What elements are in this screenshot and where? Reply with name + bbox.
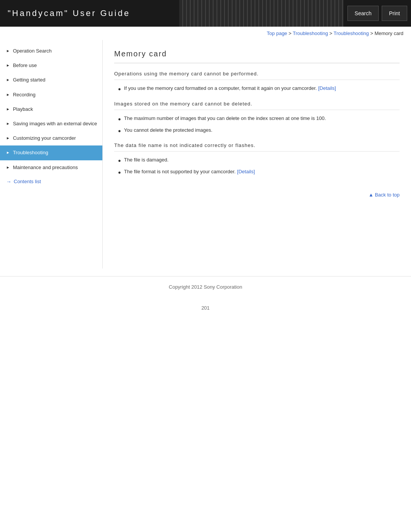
arrow-icon: ► — [6, 150, 10, 155]
footer: Copyright 2012 Sony Corporation — [0, 276, 411, 297]
bullet-item: ● If you use the memory card formatted o… — [114, 85, 400, 93]
bullet-dot: ● — [118, 115, 121, 123]
contents-list-link[interactable]: → Contents list — [0, 175, 102, 189]
section-heading-3: The data file name is not indicated corr… — [114, 142, 400, 152]
bullet-dot: ● — [118, 85, 121, 93]
breadcrumb-troubleshooting2[interactable]: Troubleshooting — [334, 30, 369, 36]
sidebar-label: Maintenance and precautions — [13, 164, 98, 171]
section-data-file-name: The data file name is not indicated corr… — [114, 142, 400, 177]
arrow-right-icon: → — [6, 179, 11, 185]
sidebar-item-troubleshooting[interactable]: ► Troubleshooting — [0, 145, 102, 160]
bullet-text: The file format is not supported by your… — [124, 168, 400, 176]
bullet-text: If you use the memory card formatted on … — [124, 85, 400, 93]
details-link-2[interactable]: [Details] — [237, 169, 255, 174]
sidebar: ► Operation Search ► Before use ► Gettin… — [0, 40, 103, 268]
sidebar-label: Before use — [13, 62, 98, 69]
main-content: Memory card Operations using the memory … — [103, 40, 411, 213]
header-buttons: Search Print — [344, 0, 411, 27]
bullet-dot: ● — [118, 127, 121, 135]
bullet-dot: ● — [118, 157, 121, 165]
bullet-dot: ● — [118, 169, 121, 177]
back-to-top-label[interactable]: ▲ Back to top — [368, 192, 400, 198]
layout: ► Operation Search ► Before use ► Gettin… — [0, 40, 411, 268]
copyright-text: Copyright 2012 Sony Corporation — [169, 284, 242, 290]
sidebar-item-playback[interactable]: ► Playback — [0, 102, 102, 117]
section-heading-1: Operations using the memory card cannot … — [114, 71, 400, 80]
header: "Handycam" User Guide Search Print — [0, 0, 411, 27]
sidebar-item-saving-images[interactable]: ► Saving images with an external device — [0, 117, 102, 131]
breadcrumb: Top page > Troubleshooting > Troubleshoo… — [0, 27, 411, 40]
print-button[interactable]: Print — [382, 6, 407, 21]
sidebar-label: Recording — [13, 91, 98, 98]
bullet-item: ● The file is damaged. — [114, 156, 400, 165]
arrow-icon: ► — [6, 63, 10, 68]
sidebar-item-maintenance[interactable]: ► Maintenance and precautions — [0, 160, 102, 175]
arrow-icon: ► — [6, 136, 10, 141]
page-number: 201 — [0, 297, 411, 318]
sidebar-label: Operation Search — [13, 48, 98, 54]
details-link-1[interactable]: [Details] — [318, 85, 336, 91]
sidebar-label: Troubleshooting — [13, 149, 98, 156]
arrow-icon: ► — [6, 77, 10, 83]
bullet-text: The maximum number of images that you ca… — [124, 115, 400, 123]
breadcrumb-memory-card: Memory card — [374, 30, 403, 36]
arrow-icon: ► — [6, 107, 10, 112]
search-button[interactable]: Search — [347, 6, 379, 21]
sidebar-label: Getting started — [13, 77, 98, 83]
page-title: Memory card — [114, 44, 400, 63]
bullet-item: ● You cannot delete the protected images… — [114, 126, 400, 135]
bullet-text: You cannot delete the protected images. — [124, 126, 400, 134]
sidebar-item-getting-started[interactable]: ► Getting started — [0, 73, 102, 87]
breadcrumb-troubleshooting1[interactable]: Troubleshooting — [293, 30, 328, 36]
sidebar-item-customizing[interactable]: ► Customizing your camcorder — [0, 131, 102, 145]
breadcrumb-sep3: > — [370, 30, 374, 36]
sidebar-item-recording[interactable]: ► Recording — [0, 88, 102, 102]
breadcrumb-top-page[interactable]: Top page — [267, 30, 287, 36]
sidebar-label: Playback — [13, 106, 98, 113]
bullet-text: The file is damaged. — [124, 156, 400, 164]
app-title: "Handycam" User Guide — [8, 8, 130, 18]
arrow-icon: ► — [6, 121, 10, 126]
sidebar-item-operation-search[interactable]: ► Operation Search — [0, 44, 102, 58]
bullet-item: ● The file format is not supported by yo… — [114, 168, 400, 177]
header-stripes — [179, 0, 343, 27]
section-memory-card-operations: Operations using the memory card cannot … — [114, 71, 400, 93]
sidebar-label: Saving images with an external device — [13, 120, 98, 127]
section-images-deleted: Images stored on the memory card cannot … — [114, 101, 400, 135]
arrow-icon: ► — [6, 165, 10, 170]
arrow-icon: ► — [6, 92, 10, 97]
sidebar-item-before-use[interactable]: ► Before use — [0, 58, 102, 73]
breadcrumb-sep2: > — [330, 30, 334, 36]
sidebar-label: Customizing your camcorder — [13, 135, 98, 142]
back-to-top[interactable]: ▲ Back to top — [114, 184, 400, 201]
arrow-icon: ► — [6, 48, 10, 54]
bullet-item: ● The maximum number of images that you … — [114, 115, 400, 123]
section-heading-2: Images stored on the memory card cannot … — [114, 101, 400, 110]
breadcrumb-sep1: > — [288, 30, 293, 36]
header-title-area: "Handycam" User Guide — [0, 0, 179, 27]
contents-list-label: Contents list — [14, 179, 41, 184]
